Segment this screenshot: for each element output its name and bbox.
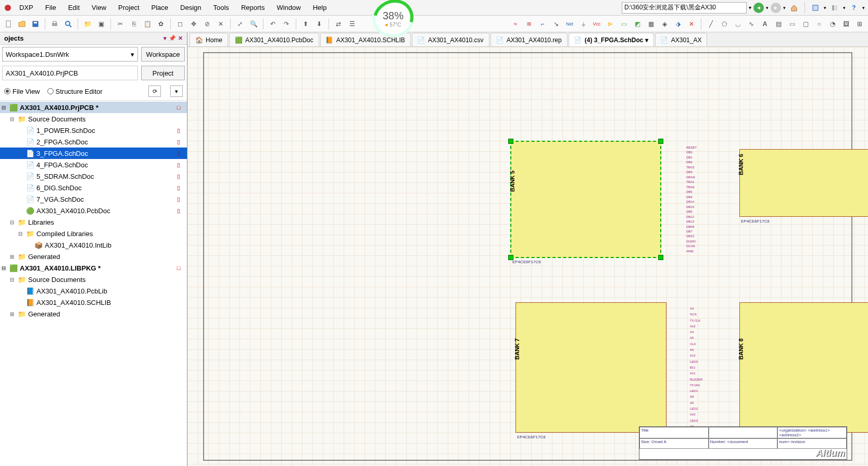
ellipse-icon[interactable]: ○: [813, 18, 825, 30]
cross-probe-icon[interactable]: ⇄: [332, 18, 345, 30]
tree-row[interactable]: ⊟🟩AX301_AX4010.PrjPCB *□: [0, 102, 187, 113]
bank8[interactable]: BANK 8EP4CE6F17C8A97P8C9VGARMVGABPC8B7C7…: [739, 302, 868, 433]
help-drop[interactable]: ▾: [862, 5, 865, 10]
expand-icon[interactable]: ⊞: [8, 254, 16, 260]
expand-icon[interactable]: ⊞: [8, 311, 16, 317]
expand-icon[interactable]: ⊟: [8, 277, 16, 283]
project-button[interactable]: Project: [141, 66, 185, 80]
help-icon[interactable]: ?: [848, 2, 860, 14]
paste-array-icon[interactable]: ⊞: [853, 18, 866, 30]
resize-handle[interactable]: [508, 139, 513, 144]
expand-icon[interactable]: ⊟: [8, 219, 16, 225]
tree-row[interactable]: 📄5_SDRAM.SchDoc▯: [0, 170, 187, 182]
toggle-sheet-drop[interactable]: ▾: [824, 5, 826, 10]
tree-row[interactable]: ⊟📁Compiled Libraries: [0, 228, 187, 239]
resize-handle[interactable]: [658, 139, 663, 144]
schematic-canvas[interactable]: BANK 5EP4CE6F17C8RESETDB0DB1DB2TBG2DB3NR…: [187, 47, 868, 466]
expand-icon[interactable]: ⊟: [0, 105, 7, 111]
text-frame-icon[interactable]: ▤: [772, 18, 785, 30]
device-sheet-icon[interactable]: ▦: [645, 18, 657, 30]
gnd-icon[interactable]: ⏚: [577, 18, 589, 30]
menu-project[interactable]: Project: [113, 2, 144, 14]
part-icon[interactable]: ⊳: [604, 18, 617, 30]
nav-back-drop[interactable]: ▾: [766, 5, 769, 10]
options-icon[interactable]: ▾: [170, 85, 183, 97]
toggle-panel-icon[interactable]: [828, 2, 841, 14]
tree-row[interactable]: 📘AX301_AX4010.PcbLib: [0, 285, 187, 297]
resize-handle[interactable]: [508, 255, 513, 260]
tab[interactable]: 📄AX301_AX4010.rep: [490, 33, 568, 46]
panel-dropdown-icon[interactable]: ▾: [163, 35, 167, 42]
menu-view[interactable]: View: [86, 2, 111, 14]
tree-row[interactable]: 📄6_DIG.SchDoc▯: [0, 182, 187, 193]
save-icon[interactable]: [29, 18, 42, 30]
expand-icon[interactable]: ⊟: [0, 265, 7, 271]
signal-harness-icon[interactable]: ⌐: [536, 18, 549, 30]
project-field[interactable]: AX301_AX4010.PrjPCB: [2, 66, 138, 80]
menu-dxp[interactable]: DXP: [14, 2, 39, 14]
panel-pin-icon[interactable]: 📌: [169, 35, 176, 42]
net-label-icon[interactable]: Net: [563, 18, 576, 30]
bezier-icon[interactable]: ∿: [745, 18, 758, 30]
open-project-icon[interactable]: 📁: [81, 18, 94, 30]
zoom-sel-icon[interactable]: 🔍: [247, 18, 260, 30]
hierarchy-up-icon[interactable]: ⬆: [299, 18, 312, 30]
sheet-symbol-icon[interactable]: ▭: [618, 18, 630, 30]
menu-design[interactable]: Design: [175, 2, 206, 14]
select-rect-icon[interactable]: ◻: [174, 18, 186, 30]
line-icon[interactable]: ╱: [705, 18, 717, 30]
menu-window[interactable]: Window: [271, 2, 306, 14]
workspace-combo[interactable]: Workspace1.DsnWrk▾: [2, 47, 138, 62]
hierarchy-down-icon[interactable]: ⬇: [313, 18, 325, 30]
path-dropdown-icon[interactable]: ▾: [749, 5, 751, 10]
paste-icon[interactable]: 📋: [141, 18, 154, 30]
tree-row[interactable]: ⊞📁Generated: [0, 308, 187, 320]
browse-icon[interactable]: ☰: [346, 18, 358, 30]
tab[interactable]: 🟩AX301_AX4010.PcbDoc: [229, 33, 319, 46]
wire-icon[interactable]: ≈: [509, 18, 522, 30]
deselect-icon[interactable]: ⊘: [201, 18, 213, 30]
devices-icon[interactable]: ▣: [95, 18, 107, 30]
image-icon[interactable]: 🖼: [840, 18, 852, 30]
project-tree[interactable]: ⊟🟩AX301_AX4010.PrjPCB *□⊟📁Source Documen…: [0, 101, 187, 466]
tree-row[interactable]: ⊞📁Generated: [0, 251, 187, 262]
menu-place[interactable]: Place: [146, 2, 174, 14]
text-icon[interactable]: A: [759, 18, 771, 30]
harness-connector-icon[interactable]: ◈: [658, 18, 671, 30]
clear-icon[interactable]: ✕: [215, 18, 227, 30]
bank6[interactable]: BANK 6EP4CE6F17C8DB8DQMHBA1CKEA12A9A10A1…: [739, 149, 868, 217]
menu-tools[interactable]: Tools: [208, 2, 234, 14]
arc-icon[interactable]: ◡: [732, 18, 744, 30]
move-icon[interactable]: ✥: [187, 18, 200, 30]
tree-row[interactable]: 📄2_FPGA.SchDoc▯: [0, 136, 187, 148]
print-icon[interactable]: [48, 18, 61, 30]
nav-fwd-icon[interactable]: ►: [771, 3, 781, 13]
port-icon[interactable]: ⬗: [672, 18, 684, 30]
vcc-icon[interactable]: Vcc: [590, 18, 603, 30]
sheet-entry-icon[interactable]: ◩: [631, 18, 644, 30]
tree-row[interactable]: 📄7_VGA.SchDoc▯: [0, 193, 187, 205]
tab[interactable]: 📄(4) 3_FPGA.SchDoc ▾: [569, 33, 654, 46]
cut-icon[interactable]: ✂: [114, 18, 127, 30]
menu-help[interactable]: Help: [308, 2, 332, 14]
file-view-radio[interactable]: File View: [4, 88, 40, 95]
copy-icon[interactable]: ⎘: [128, 18, 140, 30]
toggle-panel-drop[interactable]: ▾: [843, 5, 846, 10]
tree-row[interactable]: 📄4_FPGA.SchDoc▯: [0, 159, 187, 170]
tree-row[interactable]: ⊟📁Source Documents: [0, 113, 187, 125]
menu-reports[interactable]: Reports: [236, 2, 270, 14]
no-erc-icon[interactable]: ✕: [685, 18, 698, 30]
expand-icon[interactable]: ⊟: [8, 116, 16, 122]
tree-row[interactable]: 🟢AX301_AX4010.PcbDoc▯: [0, 205, 187, 216]
tree-row[interactable]: ⊟📁Source Documents: [0, 274, 187, 285]
tab[interactable]: 📄AX301_AX4010.csv: [412, 33, 489, 46]
workspace-button[interactable]: Workspace: [141, 47, 185, 62]
tree-row[interactable]: 📙AX301_AX4010.SCHLIB: [0, 297, 187, 308]
open-icon[interactable]: [16, 18, 28, 30]
tree-row[interactable]: 📦AX301_AX4010.IntLib: [0, 239, 187, 251]
path-input[interactable]: [622, 2, 747, 14]
tab[interactable]: 🏠Home: [190, 33, 228, 46]
rect-icon[interactable]: ▭: [786, 18, 798, 30]
bank5[interactable]: BANK 5EP4CE6F17C8RESETDB0DB1DB2TBG2DB3NR…: [510, 141, 661, 258]
nav-fwd-drop[interactable]: ▾: [783, 5, 786, 10]
